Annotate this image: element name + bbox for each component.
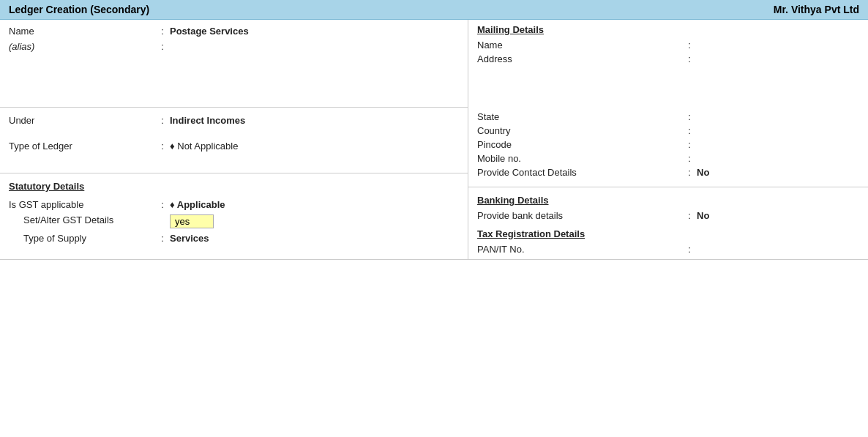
right-panel: Mailing Details Name : Address : State :… bbox=[468, 20, 868, 259]
set-alter-label: Set/Alter GST Details bbox=[23, 214, 155, 225]
header-bar: Ledger Creation (Secondary) Mr. Vithya P… bbox=[0, 0, 868, 20]
mailing-title: Mailing Details bbox=[477, 24, 859, 35]
gst-value: ♦ Applicable bbox=[170, 199, 459, 210]
contact-value: No bbox=[697, 167, 859, 178]
alias-label: (alias) bbox=[9, 41, 155, 52]
under-value: Indirect Incomes bbox=[170, 115, 459, 126]
mobile-row: Mobile no. : bbox=[477, 153, 859, 164]
supply-row: Type of Supply : Services bbox=[9, 233, 459, 244]
mid-section: Under : Indirect Incomes Type of Ledger … bbox=[0, 108, 468, 173]
bank-colon: : bbox=[682, 210, 697, 221]
set-alter-row: Set/Alter GST Details yes bbox=[9, 214, 459, 228]
mailing-name-colon: : bbox=[682, 40, 697, 51]
bank-row: Provide bank details : No bbox=[477, 210, 859, 221]
header-title: Ledger Creation (Secondary) bbox=[9, 4, 149, 15]
state-row: State : bbox=[477, 111, 859, 122]
mailing-name-label: Name bbox=[477, 40, 682, 51]
banking-section: Banking Details Provide bank details : N… bbox=[468, 192, 868, 225]
supply-value: Services bbox=[170, 233, 459, 244]
pincode-row: Pincode : bbox=[477, 139, 859, 150]
name-label: Name bbox=[9, 26, 155, 37]
header-company: Mr. Vithya Pvt Ltd bbox=[774, 4, 859, 15]
country-row: Country : bbox=[477, 125, 859, 136]
under-row: Under : Indirect Incomes bbox=[9, 115, 459, 126]
pan-label: PAN/IT No. bbox=[477, 244, 682, 255]
tax-section: Tax Registration Details PAN/IT No. : bbox=[468, 225, 868, 259]
type-colon: : bbox=[155, 141, 170, 152]
mailing-address-colon: : bbox=[682, 53, 697, 64]
mailing-address-row: Address : bbox=[477, 53, 859, 64]
alias-colon: : bbox=[155, 41, 170, 52]
state-label: State bbox=[477, 111, 682, 122]
top-section: Name : Postage Services (alias) : bbox=[0, 20, 468, 108]
mailing-address-label: Address bbox=[477, 53, 682, 64]
name-row: Name : Postage Services bbox=[9, 26, 459, 37]
banking-title: Banking Details bbox=[477, 195, 859, 206]
bank-label: Provide bank details bbox=[477, 210, 682, 221]
country-colon: : bbox=[682, 125, 697, 136]
type-value: ♦ Not Applicable bbox=[170, 141, 459, 152]
pan-colon: : bbox=[682, 244, 697, 255]
name-value: Postage Services bbox=[170, 26, 459, 37]
pincode-label: Pincode bbox=[477, 139, 682, 150]
left-panel: Name : Postage Services (alias) : Under … bbox=[0, 20, 468, 259]
country-label: Country bbox=[477, 125, 682, 136]
supply-colon: : bbox=[155, 233, 170, 244]
mailing-name-row: Name : bbox=[477, 40, 859, 51]
tax-title: Tax Registration Details bbox=[477, 228, 859, 239]
gst-colon: : bbox=[155, 199, 170, 210]
gst-row: Is GST applicable : ♦ Applicable bbox=[9, 199, 459, 210]
statutory-section: Statutory Details Is GST applicable : ♦ … bbox=[0, 173, 468, 255]
alias-row: (alias) : bbox=[9, 41, 459, 52]
set-alter-input[interactable]: yes bbox=[170, 214, 214, 228]
contact-colon: : bbox=[682, 167, 697, 178]
main-container: Name : Postage Services (alias) : Under … bbox=[0, 20, 868, 260]
bank-value: No bbox=[697, 210, 859, 221]
under-label: Under bbox=[9, 115, 155, 126]
supply-label: Type of Supply bbox=[23, 233, 155, 244]
contact-label: Provide Contact Details bbox=[477, 167, 682, 178]
type-row: Type of Ledger : ♦ Not Applicable bbox=[9, 141, 459, 152]
type-label: Type of Ledger bbox=[9, 141, 155, 152]
mobile-label: Mobile no. bbox=[477, 153, 682, 164]
contact-row: Provide Contact Details : No bbox=[477, 167, 859, 178]
gst-label: Is GST applicable bbox=[9, 199, 155, 210]
name-colon: : bbox=[155, 26, 170, 37]
pincode-colon: : bbox=[682, 139, 697, 150]
mailing-section: Mailing Details Name : Address : State :… bbox=[468, 20, 868, 182]
statutory-title: Statutory Details bbox=[9, 181, 459, 192]
mobile-colon: : bbox=[682, 153, 697, 164]
under-colon: : bbox=[155, 115, 170, 126]
pan-row: PAN/IT No. : bbox=[477, 244, 859, 255]
state-colon: : bbox=[682, 111, 697, 122]
